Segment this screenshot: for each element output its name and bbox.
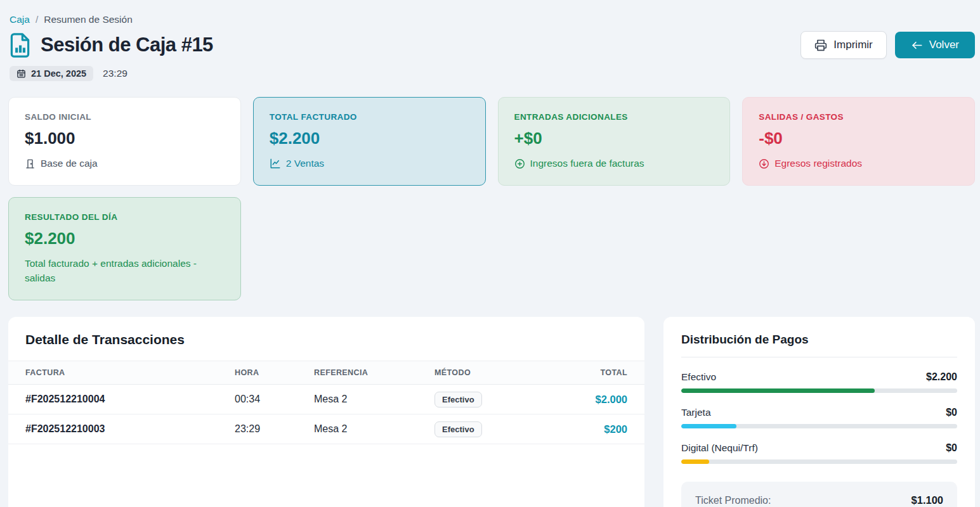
back-button-label: Volver (929, 39, 959, 51)
table-row[interactable]: #F202512210004 00:34 Mesa 2 Efectivo $2.… (8, 385, 644, 414)
breadcrumb-current: Resumen de Sesión (44, 14, 133, 25)
session-summary-page: Caja / Resumen de Sesión Sesión de Caja … (0, 0, 980, 507)
card-value: $1.000 (25, 129, 225, 148)
summary-cards: SALDO INICIAL $1.000 Base de caja TOTAL … (8, 97, 975, 300)
payments-title: Distribución de Pagos (681, 333, 957, 357)
session-meta: 21 Dec, 2025 23:29 (10, 66, 975, 81)
print-button-label: Imprimir (833, 39, 872, 51)
table-row[interactable]: #F202512210003 23:29 Mesa 2 Efectivo $20… (8, 414, 644, 444)
calendar-icon (16, 69, 26, 79)
session-date: 21 Dec, 2025 (31, 68, 86, 79)
progress-bar-fill (681, 459, 709, 464)
card-note: Egresos registrados (759, 157, 958, 170)
transactions-panel: Detalle de Transacciones FACTURA HORA RE… (8, 317, 644, 507)
payment-value: $0 (946, 407, 957, 418)
invoice-number: #F202512210004 (25, 394, 235, 405)
card-total-facturado: TOTAL FACTURADO $2.200 2 Ventas (253, 97, 486, 186)
card-value: $2.200 (25, 229, 225, 248)
payment-item-digital: Digital (Nequi/Trf) $0 (681, 442, 957, 464)
progress-bar-fill (681, 388, 875, 393)
invoice-reference: Mesa 2 (314, 394, 434, 405)
card-value: $2.200 (270, 129, 469, 148)
card-entradas-adicionales: ENTRADAS ADICIONALES +$0 Ingresos fuera … (498, 97, 731, 186)
print-button[interactable]: Imprimir (800, 31, 886, 59)
card-note: 2 Ventas (270, 157, 469, 170)
header: Sesión de Caja #15 Imprimir (8, 31, 975, 59)
progress-bar-track (681, 388, 957, 393)
breadcrumb-link-caja[interactable]: Caja (10, 14, 30, 25)
arrow-down-circle-icon (759, 158, 769, 169)
payment-value: $2.200 (926, 371, 957, 383)
average-ticket-value: $1.100 (911, 494, 943, 506)
printer-icon (814, 39, 827, 51)
transactions-table-header: FACTURA HORA REFERENCIA MÉTODO TOTAL (8, 361, 644, 385)
report-chart-icon (8, 32, 32, 58)
progress-bar-track (681, 424, 957, 428)
invoice-total: $200 (552, 423, 627, 435)
column-header-total: TOTAL (552, 368, 627, 377)
transactions-title: Detalle de Transacciones (8, 317, 644, 361)
column-header-hora: HORA (235, 368, 314, 377)
payment-label: Tarjeta (681, 407, 711, 418)
door-icon (25, 158, 36, 169)
card-label: RESULTADO DEL DÍA (25, 212, 225, 222)
card-salidas-gastos: SALIDAS / GASTOS -$0 Egresos registrados (742, 97, 975, 186)
card-saldo-inicial: SALDO INICIAL $1.000 Base de caja (8, 97, 241, 186)
line-chart-icon (270, 158, 281, 169)
breadcrumb: Caja / Resumen de Sesión (10, 14, 975, 25)
card-label: TOTAL FACTURADO (270, 112, 469, 122)
average-ticket-label: Ticket Promedio: (695, 495, 771, 506)
progress-bar-track (681, 459, 957, 464)
card-note: Base de caja (25, 157, 225, 170)
invoice-time: 00:34 (235, 394, 314, 405)
column-header-referencia: REFERENCIA (314, 368, 434, 377)
plus-circle-icon (514, 158, 525, 169)
card-note: Total facturado + entradas adicionales -… (25, 257, 225, 285)
payment-label: Efectivo (681, 371, 716, 383)
payment-value: $0 (946, 442, 957, 454)
header-actions: Imprimir Volver (800, 31, 975, 59)
payments-panel: Distribución de Pagos Efectivo $2.200 Ta… (663, 317, 975, 507)
invoice-reference: Mesa 2 (314, 423, 434, 435)
invoice-number: #F202512210003 (25, 423, 235, 435)
payment-method-badge: Efectivo (434, 421, 482, 437)
detail-section: Detalle de Transacciones FACTURA HORA RE… (8, 317, 975, 507)
card-value: +$0 (514, 129, 714, 148)
invoice-time: 23:29 (235, 423, 314, 435)
card-label: ENTRADAS ADICIONALES (514, 112, 714, 122)
progress-bar-fill (681, 424, 736, 428)
payment-item-efectivo: Efectivo $2.200 (681, 371, 957, 393)
invoice-total: $2.000 (552, 394, 627, 406)
back-button[interactable]: Volver (895, 32, 975, 58)
payment-method-badge: Efectivo (434, 392, 482, 408)
card-label: SALDO INICIAL (25, 112, 225, 122)
arrow-left-icon (911, 39, 923, 51)
card-note: Ingresos fuera de facturas (514, 157, 714, 170)
card-label: SALIDAS / GASTOS (759, 112, 958, 122)
payment-item-tarjeta: Tarjeta $0 (681, 407, 957, 428)
payment-label: Digital (Nequi/Trf) (681, 442, 758, 454)
column-header-factura: FACTURA (25, 368, 235, 377)
page-title: Sesión de Caja #15 (41, 34, 213, 56)
card-value: -$0 (759, 129, 958, 148)
date-badge: 21 Dec, 2025 (10, 66, 93, 81)
average-ticket-box: Ticket Promedio: $1.100 (681, 482, 957, 507)
session-time: 23:29 (103, 68, 127, 79)
breadcrumb-separator: / (36, 14, 38, 25)
card-resultado-del-dia: RESULTADO DEL DÍA $2.200 Total facturado… (8, 197, 241, 300)
column-header-metodo: MÉTODO (434, 368, 552, 377)
